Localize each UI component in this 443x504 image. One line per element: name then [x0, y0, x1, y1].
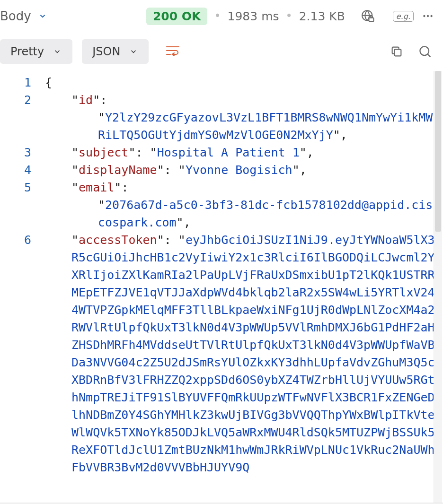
pretty-label: Pretty [10, 45, 44, 58]
line-number: 6 [0, 231, 38, 249]
svg-rect-7 [394, 49, 401, 56]
json-value: Yvonne Bogisich [186, 163, 292, 177]
scroll-thumb[interactable] [435, 71, 441, 232]
body-tab-label: Body [0, 9, 31, 23]
wrap-lines-button[interactable] [158, 39, 187, 64]
json-value: Y2lzY29zcGFyazovL3VzL1BFT1BMRS8wNWQ1NmYw… [98, 111, 433, 142]
line-gutter: 1 2 . 3 4 5 . 6 [0, 71, 38, 504]
body-tab[interactable]: Body [0, 9, 54, 23]
status-badge: 200 OK [146, 8, 208, 25]
json-key: accessToken [79, 233, 157, 247]
json-key: email [79, 181, 114, 194]
response-time: 1983 ms [228, 9, 279, 23]
line-number: 3 [0, 144, 38, 161]
json-value: Hospital A Patient 1 [157, 146, 300, 159]
more-options-icon[interactable] [418, 7, 437, 26]
response-toolbar: Pretty JSON [0, 32, 443, 71]
chevron-down-icon [53, 47, 62, 56]
copy-icon[interactable] [387, 42, 406, 61]
format-label: JSON [92, 45, 120, 58]
response-body-viewer: 1 2 . 3 4 5 . 6 { "id": "Y2lzY29zcGFyazo… [0, 71, 443, 504]
globe-lock-icon[interactable] [358, 7, 377, 26]
response-status-bar: Body 200 OK • 1983 ms • 2.13 KB e.g. [0, 0, 443, 32]
chevron-down-icon [129, 47, 138, 56]
line-number: 4 [0, 161, 38, 179]
separator-dot: • [212, 9, 222, 23]
vertical-divider [385, 9, 385, 23]
json-value: 2076a67d-a5c0-3bf3-81dc-fcb1578102dd@app… [98, 198, 433, 229]
json-content[interactable]: { "id": "Y2lzY29zcGFyazovL3VzL1BFT1BMRS8… [40, 71, 443, 504]
search-icon[interactable] [416, 42, 434, 61]
line-number: 1 [0, 74, 38, 91]
example-button[interactable]: e.g. [393, 11, 414, 22]
svg-point-4 [430, 15, 432, 17]
separator-dot: • [284, 9, 294, 23]
svg-point-3 [427, 15, 429, 17]
vertical-scrollbar[interactable] [434, 71, 442, 504]
chevron-down-icon [38, 11, 47, 21]
line-number: 5 [0, 179, 38, 196]
svg-rect-1 [369, 18, 373, 22]
svg-point-8 [420, 46, 429, 55]
line-number: 2 [0, 91, 38, 109]
format-dropdown[interactable]: JSON [82, 39, 149, 64]
svg-point-2 [423, 15, 425, 17]
svg-line-9 [428, 54, 431, 57]
pretty-dropdown[interactable]: Pretty [0, 39, 72, 64]
response-size: 2.13 KB [299, 9, 345, 23]
json-key: displayName [79, 163, 157, 177]
wrap-icon [166, 45, 180, 58]
json-key: subject [79, 146, 128, 159]
json-key: id [79, 93, 93, 107]
json-value: eyJhbGciOiJSUzI1NiJ9.eyJtYWNoaW5lX3R5cGU… [71, 233, 435, 474]
